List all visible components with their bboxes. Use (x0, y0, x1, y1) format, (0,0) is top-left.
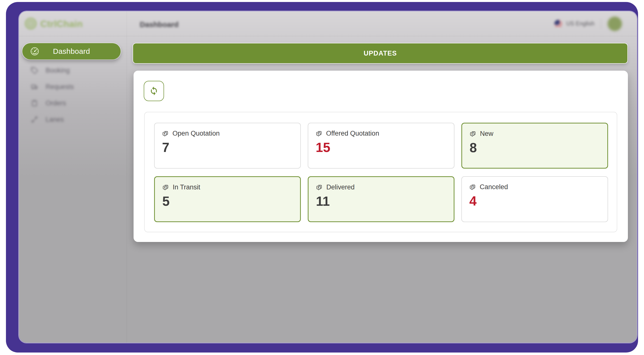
stat-tile-new[interactable]: €New8 (462, 123, 608, 169)
requests-icon (31, 83, 38, 91)
stat-tile-canceled[interactable]: €Canceled4 (462, 176, 608, 222)
topbar-divider (601, 19, 601, 29)
svg-text:€: € (472, 132, 473, 135)
updates-card: €Open Quotation7€Offered Quotation15€New… (134, 71, 628, 242)
sidebar-item-booking[interactable]: Booking (19, 65, 126, 76)
screenshot-stage: CtrlChain Dashboard US English (0, 0, 644, 355)
us-flag-icon (554, 20, 562, 28)
svg-text:€: € (471, 186, 473, 189)
lanes-icon (31, 116, 38, 123)
sidebar-nav-list: BookingRequestsOrdersLanes (19, 65, 126, 131)
refresh-button[interactable] (144, 81, 164, 101)
stats-panel: €Open Quotation7€Offered Quotation15€New… (144, 112, 617, 232)
sidebar-item-label: Booking (46, 67, 70, 74)
sidebar-item-label: Requests (46, 83, 74, 91)
window-frame: CtrlChain Dashboard US English (6, 2, 638, 352)
sidebar-item-requests[interactable]: Requests (19, 82, 126, 92)
stat-tile-header: €Open Quotation (162, 130, 300, 137)
user-avatar[interactable] (608, 17, 622, 31)
stat-tile-header: €Offered Quotation (316, 130, 454, 137)
stat-tile-delivered[interactable]: €Delivered11 (308, 176, 454, 222)
updates-banner-label: UPDATES (364, 50, 397, 57)
quotation-icon: € (469, 184, 476, 191)
sidebar-active-label: Dashboard (53, 47, 90, 56)
stat-tile-in-transit[interactable]: €In Transit5 (154, 176, 301, 222)
stat-tile-label: Open Quotation (172, 130, 220, 137)
stat-tile-label: Canceled (480, 183, 508, 191)
quotation-icon: € (162, 130, 169, 137)
sidebar-item-label: Lanes (46, 116, 64, 123)
stat-tile-value: 5 (162, 195, 300, 208)
stat-tile-value: 11 (316, 195, 454, 208)
quotation-icon: € (316, 130, 322, 137)
stat-tile-header: €New (470, 130, 607, 138)
svg-text:€: € (164, 186, 166, 189)
stat-tile-header: €In Transit (162, 183, 300, 191)
stat-tile-offered-quotation[interactable]: €Offered Quotation15 (308, 123, 454, 169)
app-screen: CtrlChain Dashboard US English (19, 12, 637, 342)
sidebar-item-orders[interactable]: Orders (19, 98, 126, 108)
booking-icon (31, 67, 38, 74)
stat-tile-value: 15 (316, 141, 454, 154)
quotation-icon: € (470, 130, 476, 137)
updates-banner[interactable]: UPDATES (133, 43, 628, 63)
dashboard-gauge-icon (30, 46, 40, 57)
language-label: US English (566, 20, 594, 27)
stat-tile-label: In Transit (173, 183, 200, 191)
sidebar-item-lanes[interactable]: Lanes (19, 114, 126, 125)
stat-tile-label: Offered Quotation (326, 130, 379, 137)
stat-tile-value: 7 (162, 141, 300, 154)
quotation-icon: € (162, 184, 169, 191)
stat-tile-label: Delivered (326, 183, 354, 191)
stat-tiles-grid: €Open Quotation7€Offered Quotation15€New… (154, 123, 608, 222)
sidebar-item-label: Orders (46, 99, 66, 107)
quotation-icon: € (316, 184, 322, 191)
orders-icon (31, 99, 38, 107)
svg-text:€: € (164, 132, 166, 135)
language-selector[interactable]: US English (554, 20, 594, 28)
page-title: Dashboard (140, 20, 179, 29)
stat-tile-header: €Canceled (469, 183, 608, 191)
stat-tile-value: 8 (470, 141, 607, 154)
svg-text:€: € (318, 132, 319, 135)
svg-text:€: € (318, 186, 320, 189)
stat-tile-header: €Delivered (316, 183, 454, 191)
sidebar-item-dashboard[interactable]: Dashboard (22, 43, 121, 60)
stat-tile-label: New (480, 130, 493, 138)
refresh-icon (149, 85, 159, 97)
stat-tile-value: 4 (469, 194, 608, 207)
sidebar: Dashboard BookingRequestsOrdersLanes (19, 12, 127, 342)
stat-tile-open-quotation[interactable]: €Open Quotation7 (154, 123, 301, 169)
